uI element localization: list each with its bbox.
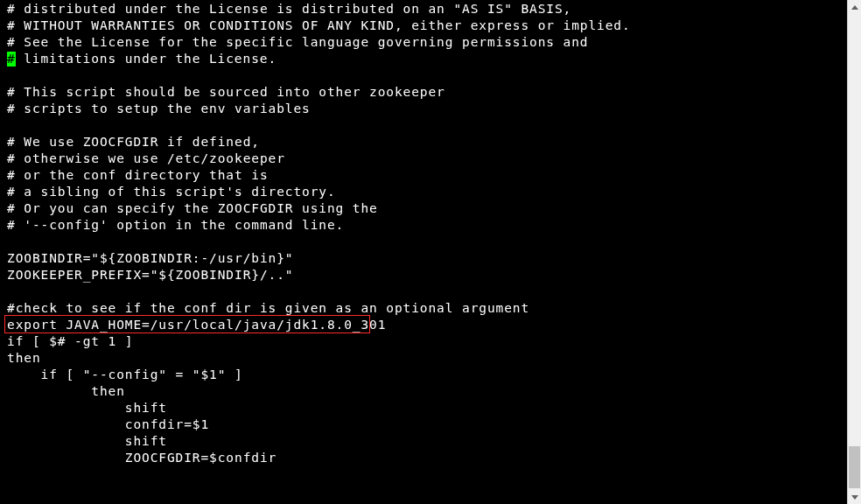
terminal-content: # distributed under the License is distr…	[0, 0, 847, 504]
terminal-line: then	[7, 383, 847, 400]
chevron-down-icon	[851, 495, 858, 500]
scroll-down-button[interactable]	[848, 490, 861, 504]
viewport: # distributed under the License is distr…	[0, 0, 861, 504]
text-cursor: #	[7, 52, 16, 66]
terminal-line: if [ $# -gt 1 ]	[7, 333, 847, 350]
terminal-line: # This script should be sourced into oth…	[7, 84, 847, 101]
scrollbar-thumb[interactable]	[849, 446, 860, 488]
terminal-line: # Or you can specify the ZOOCFGDIR using…	[7, 200, 847, 217]
terminal-line	[7, 117, 847, 134]
terminal-line	[7, 234, 847, 250]
terminal-line: confdir=$1	[7, 416, 847, 433]
terminal-line: # a sibling of this script's directory.	[7, 184, 847, 200]
terminal-line: ZOOBINDIR="${ZOOBINDIR:-/usr/bin}"	[7, 250, 847, 267]
highlight-annotation	[4, 315, 370, 333]
terminal-line: ZOOCFGDIR=$confdir	[7, 450, 847, 466]
terminal-line: # limitations under the License.	[7, 51, 847, 67]
terminal-line: # We use ZOOCFGDIR if defined,	[7, 134, 847, 150]
terminal-line: if [ "--config" = "$1" ]	[7, 367, 847, 383]
terminal-line: # WITHOUT WARRANTIES OR CONDITIONS OF AN…	[7, 18, 847, 34]
terminal-line: # otherwise we use /etc/zookeeper	[7, 150, 847, 167]
terminal-line	[7, 284, 847, 300]
terminal-line: # distributed under the License is distr…	[7, 1, 847, 18]
terminal-line: # '--config' option in the command line.	[7, 217, 847, 234]
vertical-scrollbar[interactable]	[847, 0, 861, 504]
terminal-line: # scripts to setup the env variables	[7, 101, 847, 117]
terminal-line: shift	[7, 400, 847, 416]
chevron-up-icon	[851, 5, 858, 10]
terminal-line: then	[7, 350, 847, 367]
scroll-up-button[interactable]	[848, 0, 861, 14]
terminal-text: limitations under the License.	[16, 52, 277, 66]
terminal-line: shift	[7, 433, 847, 450]
terminal-line: # or the conf directory that is	[7, 167, 847, 184]
terminal-line	[7, 67, 847, 84]
terminal-line: ZOOKEEPER_PREFIX="${ZOOBINDIR}/.."	[7, 267, 847, 284]
terminal-line: # See the License for the specific langu…	[7, 34, 847, 51]
